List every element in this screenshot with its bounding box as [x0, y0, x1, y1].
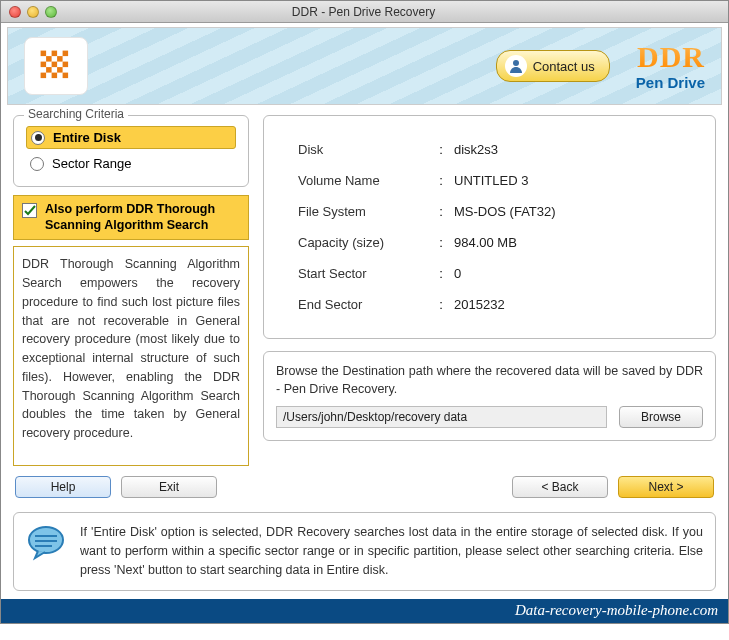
- destination-text: Browse the Destination path where the re…: [276, 362, 703, 398]
- info-row: Start Sector : 0: [298, 258, 697, 289]
- exit-button[interactable]: Exit: [121, 476, 217, 498]
- info-key: Start Sector: [298, 266, 428, 281]
- next-button[interactable]: Next >: [618, 476, 714, 498]
- radio-entire-disk-label: Entire Disk: [53, 130, 121, 145]
- browse-button[interactable]: Browse: [619, 406, 703, 428]
- zoom-icon[interactable]: [45, 6, 57, 18]
- svg-rect-4: [57, 56, 63, 62]
- info-bubble-icon: [26, 523, 66, 563]
- brand-title: DDR: [636, 42, 705, 72]
- thorough-scan-label: Also perform DDR Thorough Scanning Algor…: [45, 202, 240, 233]
- svg-rect-9: [57, 67, 63, 73]
- app-header: Contact us DDR Pen Drive: [7, 27, 722, 105]
- svg-rect-0: [41, 51, 47, 57]
- thorough-scan-checkbox[interactable]: Also perform DDR Thorough Scanning Algor…: [13, 195, 249, 240]
- info-row: Volume Name : UNTITLED 3: [298, 165, 697, 196]
- searching-criteria-legend: Searching Criteria: [24, 107, 128, 121]
- back-button[interactable]: < Back: [512, 476, 608, 498]
- brand: DDR Pen Drive: [636, 42, 705, 91]
- radio-entire-disk[interactable]: Entire Disk: [26, 126, 236, 149]
- hint-text: If 'Entire Disk' option is selected, DDR…: [80, 523, 703, 579]
- info-key: End Sector: [298, 297, 428, 312]
- minimize-icon[interactable]: [27, 6, 39, 18]
- window-controls: [9, 6, 57, 18]
- action-bar: Help Exit < Back Next >: [13, 476, 716, 498]
- titlebar: DDR - Pen Drive Recovery: [1, 1, 728, 23]
- left-column: Searching Criteria Entire Disk Sector Ra…: [13, 115, 249, 466]
- right-column: Disk : disk2s3 Volume Name : UNTITLED 3 …: [263, 115, 716, 466]
- info-val: disk2s3: [454, 142, 498, 157]
- close-icon[interactable]: [9, 6, 21, 18]
- app-window: DDR - Pen Drive Recovery Contact us DDR …: [0, 0, 729, 624]
- help-button[interactable]: Help: [15, 476, 111, 498]
- contact-us-button[interactable]: Contact us: [496, 50, 610, 82]
- radio-icon: [31, 131, 45, 145]
- svg-rect-8: [46, 67, 52, 73]
- person-icon: [505, 55, 527, 77]
- svg-rect-1: [52, 51, 58, 57]
- info-val: 984.00 MB: [454, 235, 517, 250]
- info-row: Disk : disk2s3: [298, 134, 697, 165]
- info-val: MS-DOS (FAT32): [454, 204, 556, 219]
- radio-sector-range[interactable]: Sector Range: [26, 153, 236, 174]
- svg-rect-7: [63, 62, 69, 68]
- svg-rect-6: [52, 62, 58, 68]
- thorough-scan-description: DDR Thorough Scanning Algorithm Search e…: [13, 246, 249, 466]
- info-key: Capacity (size): [298, 235, 428, 250]
- info-key: Disk: [298, 142, 428, 157]
- info-val: 2015232: [454, 297, 505, 312]
- svg-rect-10: [41, 73, 47, 79]
- svg-rect-12: [63, 73, 69, 79]
- contact-us-label: Contact us: [533, 59, 595, 74]
- disk-info-panel: Disk : disk2s3 Volume Name : UNTITLED 3 …: [263, 115, 716, 339]
- info-key: Volume Name: [298, 173, 428, 188]
- window-title: DDR - Pen Drive Recovery: [57, 5, 670, 19]
- svg-rect-2: [63, 51, 69, 57]
- svg-point-13: [513, 60, 519, 66]
- destination-path-input[interactable]: [276, 406, 607, 428]
- radio-icon: [30, 157, 44, 171]
- info-row: Capacity (size) : 984.00 MB: [298, 227, 697, 258]
- info-row: End Sector : 2015232: [298, 289, 697, 320]
- logo-icon: [24, 37, 88, 95]
- content-area: Searching Criteria Entire Disk Sector Ra…: [1, 107, 728, 502]
- footer-link[interactable]: Data-recovery-mobile-phone.com: [1, 599, 728, 623]
- hint-panel: If 'Entire Disk' option is selected, DDR…: [13, 512, 716, 590]
- svg-rect-3: [46, 56, 52, 62]
- radio-sector-range-label: Sector Range: [52, 156, 132, 171]
- destination-panel: Browse the Destination path where the re…: [263, 351, 716, 441]
- brand-subtitle: Pen Drive: [636, 74, 705, 91]
- svg-rect-11: [52, 73, 58, 79]
- info-key: File System: [298, 204, 428, 219]
- svg-rect-5: [41, 62, 47, 68]
- info-val: UNTITLED 3: [454, 173, 528, 188]
- info-row: File System : MS-DOS (FAT32): [298, 196, 697, 227]
- checkmark-icon: [22, 203, 37, 218]
- info-val: 0: [454, 266, 461, 281]
- searching-criteria-group: Searching Criteria Entire Disk Sector Ra…: [13, 115, 249, 187]
